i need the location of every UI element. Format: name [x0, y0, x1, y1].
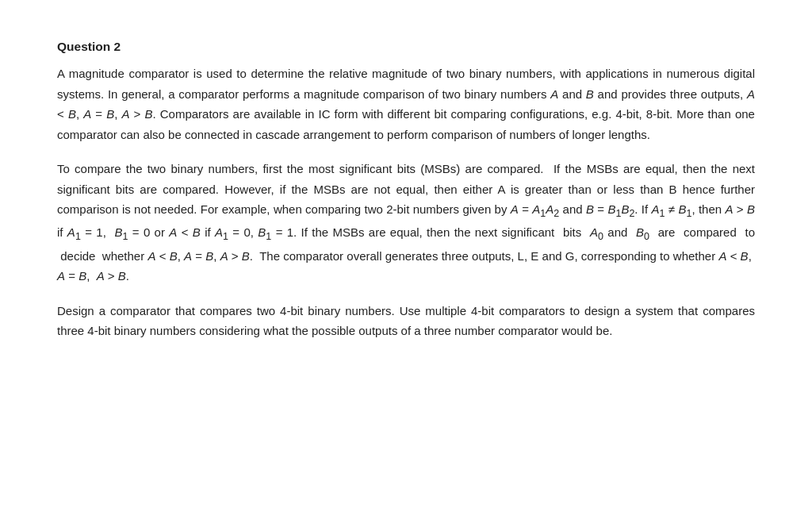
paragraph-3: Design a comparator that compares two 4-…: [57, 301, 755, 341]
math-B1: B: [586, 87, 594, 101]
question-title: Question 2: [57, 40, 755, 54]
math-expr5: A: [121, 107, 129, 121]
math-expr2: B: [68, 107, 76, 121]
math-expr1: A: [747, 87, 755, 101]
paragraph-1: A magnitude comparator is used to determ…: [57, 63, 755, 144]
math-A1: A: [550, 87, 558, 101]
page-container: Question 2 A magnitude comparator is use…: [25, 16, 787, 379]
math-expr4: B: [106, 107, 114, 121]
paragraph-2: To compare the two binary numbers, first…: [57, 159, 755, 287]
math-expr3: A: [83, 107, 91, 121]
math-expr6: B: [144, 107, 152, 121]
